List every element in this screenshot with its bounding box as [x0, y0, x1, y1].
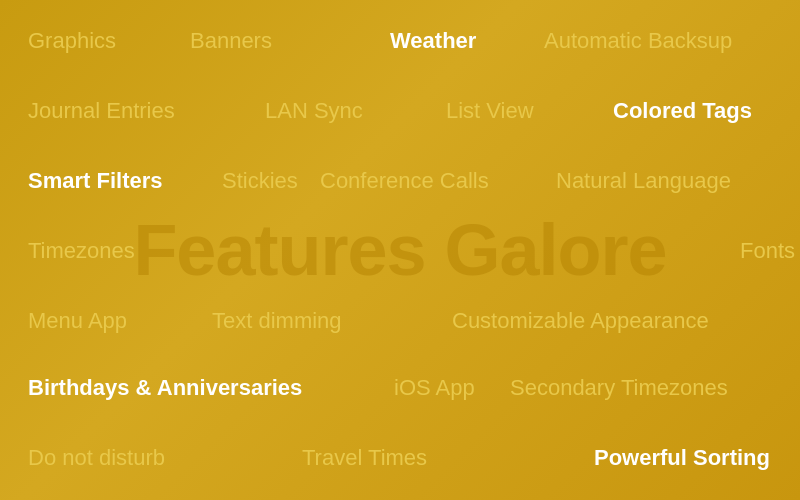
feature-journal-entries: Journal Entries — [28, 98, 175, 124]
feature-natural-language: Natural Language — [556, 168, 731, 194]
feature-secondary-timezones: Secondary Timezones — [510, 375, 728, 401]
features-container: Features Galore GraphicsBannersWeatherAu… — [0, 0, 800, 500]
feature-travel-times: Travel Times — [302, 445, 427, 471]
feature-lan-sync: LAN Sync — [265, 98, 363, 124]
feature-text-dimming: Text dimming — [212, 308, 342, 334]
main-title: Features Galore — [133, 209, 666, 291]
feature-smart-filters: Smart Filters — [28, 168, 163, 194]
feature-ios-app: iOS App — [394, 375, 475, 401]
feature-do-not-disturb: Do not disturb — [28, 445, 165, 471]
feature-fonts: Fonts — [740, 238, 795, 264]
feature-timezones: Timezones — [28, 238, 135, 264]
feature-list-view: List View — [446, 98, 534, 124]
feature-birthdays-anniversaries: Birthdays & Anniversaries — [28, 375, 302, 401]
feature-graphics: Graphics — [28, 28, 116, 54]
feature-powerful-sorting: Powerful Sorting — [594, 445, 770, 471]
feature-menu-app: Menu App — [28, 308, 127, 334]
feature-banners: Banners — [190, 28, 272, 54]
feature-colored-tags: Colored Tags — [613, 98, 752, 124]
feature-weather: Weather — [390, 28, 476, 54]
feature-conference-calls: Conference Calls — [320, 168, 489, 194]
feature-automatic-backsup: Automatic Backsup — [544, 28, 732, 54]
feature-customizable-appearance: Customizable Appearance — [452, 308, 709, 334]
feature-stickies: Stickies — [222, 168, 298, 194]
